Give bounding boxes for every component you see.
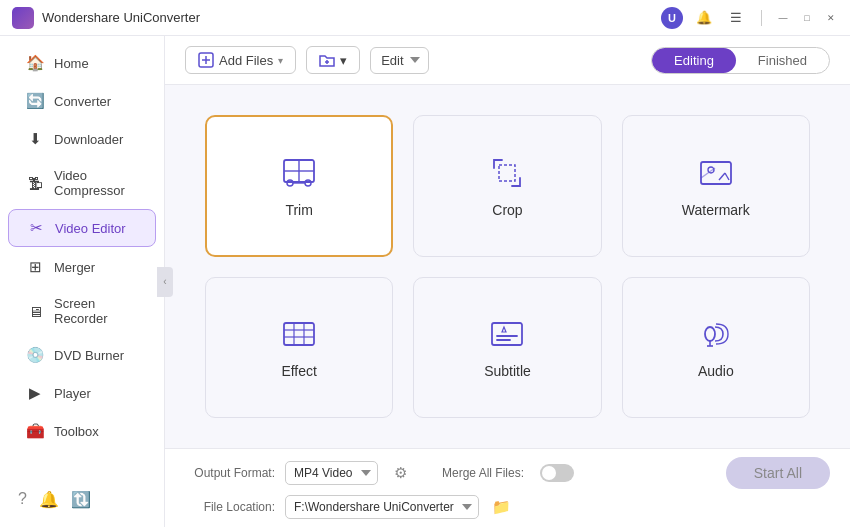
add-files-caret: ▾: [278, 55, 283, 66]
add-files-label: Add Files: [219, 53, 273, 68]
svg-line-12: [494, 160, 520, 186]
format-settings-icon[interactable]: ⚙: [388, 461, 412, 485]
refresh-icon[interactable]: 🔃: [71, 490, 91, 509]
minimize-button[interactable]: —: [776, 11, 790, 25]
watermark-label: Watermark: [682, 202, 750, 218]
sidebar-label-editor: Video Editor: [55, 221, 126, 236]
watermark-icon: [697, 154, 735, 192]
toolbox-icon: 🧰: [26, 422, 44, 440]
help-icon[interactable]: ?: [18, 490, 27, 509]
sidebar-item-screen-recorder[interactable]: 🖥 Screen Recorder: [8, 287, 156, 335]
svg-point-8: [305, 180, 311, 186]
maximize-button[interactable]: □: [800, 11, 814, 25]
bottom-bar: Output Format: MP4 Video ⚙ Merge All Fil…: [165, 448, 850, 527]
player-icon: ▶: [26, 384, 44, 402]
app-title: Wondershare UniConverter: [42, 10, 661, 25]
sidebar-item-video-editor[interactable]: ✂ Video Editor: [8, 209, 156, 247]
edit-dropdown[interactable]: Edit: [370, 47, 429, 74]
sidebar-item-video-compressor[interactable]: 🗜 Video Compressor: [8, 159, 156, 207]
dvd-icon: 💿: [26, 346, 44, 364]
add-folder-button[interactable]: ▾: [306, 46, 360, 74]
sidebar-item-merger[interactable]: ⊞ Merger: [8, 249, 156, 285]
crop-label: Crop: [492, 202, 522, 218]
home-icon: 🏠: [26, 54, 44, 72]
file-location-row: File Location: F:\Wondershare UniConvert…: [185, 495, 830, 519]
svg-rect-11: [499, 165, 515, 181]
editor-card-crop[interactable]: Crop: [413, 115, 601, 257]
svg-point-9: [287, 180, 293, 186]
svg-line-16: [725, 173, 729, 180]
subtitle-icon: [488, 315, 526, 353]
sidebar-item-downloader[interactable]: ⬇ Downloader: [8, 121, 156, 157]
sidebar-item-toolbox[interactable]: 🧰 Toolbox: [8, 413, 156, 449]
add-files-button[interactable]: Add Files ▾: [185, 46, 296, 74]
notification-icon[interactable]: 🔔: [693, 7, 715, 29]
sidebar-label-downloader: Downloader: [54, 132, 123, 147]
app-logo: [12, 7, 34, 29]
trim-label: Trim: [285, 202, 312, 218]
svg-line-15: [719, 173, 725, 180]
trim-icon: [280, 154, 318, 192]
sidebar-collapse-button[interactable]: ‹: [157, 267, 173, 297]
svg-rect-18: [284, 323, 314, 345]
sidebar-label-toolbox: Toolbox: [54, 424, 99, 439]
tab-group: Editing Finished: [651, 47, 830, 74]
svg-rect-23: [492, 323, 522, 345]
window-controls: U 🔔 ☰ — □ ✕: [661, 7, 838, 29]
editor-card-watermark[interactable]: Watermark: [622, 115, 810, 257]
editor-card-trim[interactable]: Trim: [205, 115, 393, 257]
menu-icon[interactable]: ☰: [725, 7, 747, 29]
svg-rect-13: [701, 162, 731, 184]
downloader-icon: ⬇: [26, 130, 44, 148]
folder-browse-icon[interactable]: 📁: [489, 495, 513, 519]
sidebar-item-converter[interactable]: 🔄 Converter: [8, 83, 156, 119]
add-files-icon: [198, 52, 214, 68]
close-button[interactable]: ✕: [824, 11, 838, 25]
audio-label: Audio: [698, 363, 734, 379]
audio-icon: [697, 315, 735, 353]
main-layout: 🏠 Home 🔄 Converter ⬇ Downloader 🗜 Video …: [0, 36, 850, 527]
subtitle-label: Subtitle: [484, 363, 531, 379]
sidebar-bottom: ? 🔔 🔃: [0, 480, 164, 519]
tab-editing[interactable]: Editing: [652, 48, 736, 73]
add-folder-caret: ▾: [340, 53, 347, 68]
editor-grid: Trim Crop: [165, 85, 850, 448]
sidebar-label-home: Home: [54, 56, 89, 71]
sidebar-label-merger: Merger: [54, 260, 95, 275]
file-location-select[interactable]: F:\Wondershare UniConverter: [285, 495, 479, 519]
output-format-select[interactable]: MP4 Video: [285, 461, 378, 485]
merger-icon: ⊞: [26, 258, 44, 276]
effect-label: Effect: [281, 363, 317, 379]
output-format-label: Output Format:: [185, 466, 275, 480]
toolbar: Add Files ▾ ▾ Edit Editing Finished: [165, 36, 850, 85]
output-format-row: Output Format: MP4 Video ⚙ Merge All Fil…: [185, 457, 830, 489]
sidebar-item-home[interactable]: 🏠 Home: [8, 45, 156, 81]
sidebar-label-dvd: DVD Burner: [54, 348, 124, 363]
sidebar-item-player[interactable]: ▶ Player: [8, 375, 156, 411]
sidebar-item-dvd-burner[interactable]: 💿 DVD Burner: [8, 337, 156, 373]
content-area: Add Files ▾ ▾ Edit Editing Finished: [165, 36, 850, 527]
converter-icon: 🔄: [26, 92, 44, 110]
start-all-button[interactable]: Start All: [726, 457, 830, 489]
sidebar-label-converter: Converter: [54, 94, 111, 109]
sidebar-label-compressor: Video Compressor: [54, 168, 138, 198]
merge-label: Merge All Files:: [442, 466, 524, 480]
user-icon[interactable]: U: [661, 7, 683, 29]
file-location-label: File Location:: [185, 500, 275, 514]
sidebar-label-recorder: Screen Recorder: [54, 296, 138, 326]
compressor-icon: 🗜: [26, 174, 44, 192]
editor-card-subtitle[interactable]: Subtitle: [413, 277, 601, 419]
editor-card-audio[interactable]: Audio: [622, 277, 810, 419]
effect-icon: [280, 315, 318, 353]
tab-finished[interactable]: Finished: [736, 48, 829, 73]
sidebar: 🏠 Home 🔄 Converter ⬇ Downloader 🗜 Video …: [0, 36, 165, 527]
recorder-icon: 🖥: [26, 302, 44, 320]
editor-card-effect[interactable]: Effect: [205, 277, 393, 419]
sidebar-label-player: Player: [54, 386, 91, 401]
svg-point-26: [705, 327, 715, 341]
add-folder-icon: [319, 52, 335, 68]
editor-icon: ✂: [27, 219, 45, 237]
crop-icon: [488, 154, 526, 192]
merge-toggle[interactable]: [540, 464, 574, 482]
bell-icon[interactable]: 🔔: [39, 490, 59, 509]
